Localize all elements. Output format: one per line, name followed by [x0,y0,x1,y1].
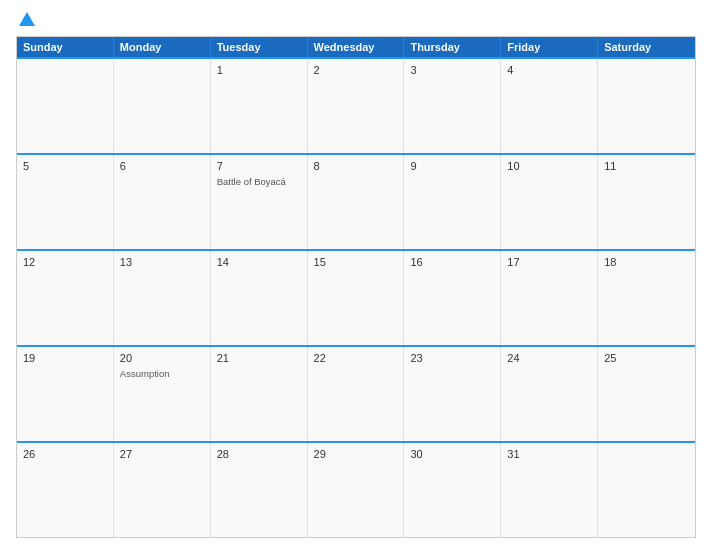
day-number: 26 [23,448,107,460]
header [16,12,696,28]
day-number: 27 [120,448,204,460]
holiday-label: Assumption [120,368,204,379]
day-number: 20 [120,352,204,364]
calendar-grid: SundayMondayTuesdayWednesdayThursdayFrid… [16,36,696,538]
day-number: 28 [217,448,301,460]
day-number: 31 [507,448,591,460]
calendar-cell: 4 [501,59,598,153]
day-number: 29 [314,448,398,460]
calendar-cell: 10 [501,155,598,249]
calendar-week-2: 567Battle of Boyacá891011 [17,153,695,249]
calendar-week-1: 1234 [17,57,695,153]
weekday-header-friday: Friday [501,37,598,57]
calendar-cell: 12 [17,251,114,345]
calendar-cell: 16 [404,251,501,345]
calendar-cell: 14 [211,251,308,345]
day-number: 12 [23,256,107,268]
calendar-page: SundayMondayTuesdayWednesdayThursdayFrid… [0,0,712,550]
day-number: 14 [217,256,301,268]
day-number: 4 [507,64,591,76]
day-number: 9 [410,160,494,172]
day-number: 10 [507,160,591,172]
day-number: 19 [23,352,107,364]
calendar-cell: 18 [598,251,695,345]
calendar-cell: 28 [211,443,308,537]
calendar-week-4: 1920Assumption2122232425 [17,345,695,441]
calendar-cell: 13 [114,251,211,345]
calendar-cell: 29 [308,443,405,537]
day-number: 30 [410,448,494,460]
weekday-header-saturday: Saturday [598,37,695,57]
calendar-cell: 25 [598,347,695,441]
calendar-cell [598,443,695,537]
calendar-header: SundayMondayTuesdayWednesdayThursdayFrid… [17,37,695,57]
weekday-header-thursday: Thursday [404,37,501,57]
day-number: 13 [120,256,204,268]
calendar-cell [114,59,211,153]
calendar-cell: 9 [404,155,501,249]
day-number: 2 [314,64,398,76]
weekday-header-sunday: Sunday [17,37,114,57]
holiday-label: Battle of Boyacá [217,176,301,187]
calendar-week-3: 12131415161718 [17,249,695,345]
calendar-cell: 15 [308,251,405,345]
calendar-cell: 19 [17,347,114,441]
day-number: 8 [314,160,398,172]
calendar-cell: 23 [404,347,501,441]
day-number: 7 [217,160,301,172]
calendar-cell: 30 [404,443,501,537]
calendar-cell: 5 [17,155,114,249]
day-number: 17 [507,256,591,268]
calendar-cell [17,59,114,153]
day-number: 3 [410,64,494,76]
calendar-cell: 11 [598,155,695,249]
calendar-cell: 1 [211,59,308,153]
day-number: 16 [410,256,494,268]
calendar-cell: 17 [501,251,598,345]
calendar-cell: 27 [114,443,211,537]
calendar-cell: 20Assumption [114,347,211,441]
calendar-cell: 3 [404,59,501,153]
calendar-body: 1234567Battle of Boyacá89101112131415161… [17,57,695,537]
logo [16,12,35,28]
calendar-cell: 24 [501,347,598,441]
day-number: 15 [314,256,398,268]
day-number: 5 [23,160,107,172]
day-number: 22 [314,352,398,364]
weekday-header-wednesday: Wednesday [308,37,405,57]
logo-triangle-icon [19,12,35,26]
calendar-cell: 26 [17,443,114,537]
calendar-cell: 22 [308,347,405,441]
calendar-cell: 6 [114,155,211,249]
day-number: 25 [604,352,689,364]
calendar-cell: 2 [308,59,405,153]
day-number: 23 [410,352,494,364]
day-number: 18 [604,256,689,268]
calendar-week-5: 262728293031 [17,441,695,537]
day-number: 6 [120,160,204,172]
calendar-cell [598,59,695,153]
weekday-header-monday: Monday [114,37,211,57]
day-number: 24 [507,352,591,364]
weekday-header-tuesday: Tuesday [211,37,308,57]
calendar-cell: 7Battle of Boyacá [211,155,308,249]
day-number: 11 [604,160,689,172]
calendar-cell: 8 [308,155,405,249]
calendar-cell: 21 [211,347,308,441]
day-number: 1 [217,64,301,76]
day-number: 21 [217,352,301,364]
calendar-cell: 31 [501,443,598,537]
